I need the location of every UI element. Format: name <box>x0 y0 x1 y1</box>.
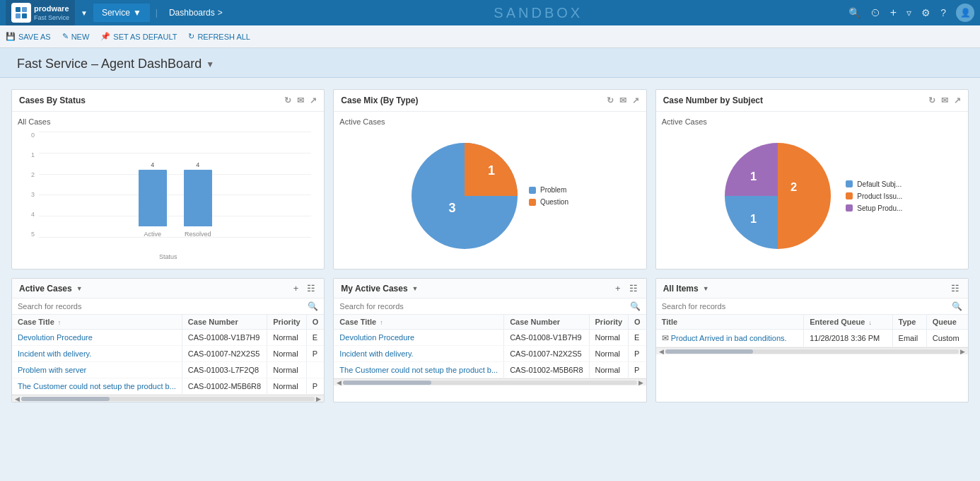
scroll-left[interactable]: ◀ <box>658 348 665 355</box>
refresh-subject-icon[interactable]: ↻ <box>928 95 935 105</box>
chart-header-icons-subject: ↻ ✉ ↗ <box>928 95 961 105</box>
dashboards-nav[interactable]: Dashboards > <box>163 5 228 21</box>
pie-legend-mix: Problem Question <box>529 186 568 206</box>
scrollbar-thumb <box>343 381 431 385</box>
add-my-case-btn[interactable]: + <box>614 283 622 294</box>
view-all-items-btn[interactable]: ☷ <box>950 283 961 294</box>
scroll-right[interactable]: ▶ <box>315 395 322 402</box>
expand-subject-icon[interactable]: ↗ <box>954 95 961 105</box>
avatar[interactable]: 👤 <box>956 4 974 22</box>
charts-row: Cases By Status ↻ ✉ ↗ All Cases 5 4 3 2 <box>11 89 969 270</box>
email-chart-icon[interactable]: ✉ <box>297 95 304 105</box>
case-mix-chart: Case Mix (By Type) ↻ ✉ ↗ Active Cases <box>333 89 646 270</box>
add-icon[interactable]: + <box>890 6 897 19</box>
sandbox-label: SANDBOX <box>231 5 846 21</box>
logo-icon <box>11 3 31 23</box>
cases-by-status-chart: Cases By Status ↻ ✉ ↗ All Cases 5 4 3 2 <box>11 89 325 270</box>
svg-rect-1 <box>22 7 27 12</box>
active-cases-search-input[interactable] <box>18 302 305 311</box>
my-cases-dropdown[interactable]: ▼ <box>412 285 419 292</box>
email-mix-icon[interactable]: ✉ <box>619 95 626 105</box>
refresh-mix-icon[interactable]: ↻ <box>607 95 614 105</box>
col-case-number: Case Number <box>504 315 589 330</box>
all-items-title-area: All Items ▼ <box>663 284 709 294</box>
active-cases-dropdown[interactable]: ▼ <box>76 285 83 292</box>
logo-chevron[interactable]: ▼ <box>78 9 91 17</box>
chart-header-mix: Case Mix (By Type) ↻ ✉ ↗ <box>334 90 646 112</box>
page-title: Fast Service – Agent DashBoard ▼ <box>17 57 963 71</box>
my-cases-search-input[interactable] <box>339 302 626 311</box>
all-items-search-input[interactable] <box>662 302 949 311</box>
chart-header-icons: ↻ ✉ ↗ <box>284 95 317 105</box>
my-active-cases-table: Case Title ↑ Case Number Priority O Devo… <box>334 315 646 378</box>
all-items-dropdown[interactable]: ▼ <box>703 285 709 292</box>
col-o: O <box>306 315 324 330</box>
case-link[interactable]: The Customer could not setup the product… <box>18 382 176 390</box>
svg-text:1: 1 <box>750 212 757 225</box>
chart-body-status: All Cases 5 4 3 2 1 0 <box>12 112 324 269</box>
case-link[interactable]: Devolution Procedure <box>18 333 93 342</box>
email-subject-icon[interactable]: ✉ <box>941 95 948 105</box>
col-case-number: Case Number <box>182 315 267 330</box>
scroll-right[interactable]: ▶ <box>959 348 967 355</box>
active-cases-search: 🔍 <box>12 299 324 315</box>
refresh-chart-icon[interactable]: ↻ <box>284 95 291 105</box>
page-header: Fast Service – Agent DashBoard ▼ <box>0 48 980 78</box>
case-link[interactable]: Devolution Procedure <box>339 333 414 342</box>
view-active-cases-btn[interactable]: ☷ <box>305 283 317 294</box>
search-icon: 🔍 <box>952 301 962 311</box>
view-my-cases-btn[interactable]: ☷ <box>628 283 639 294</box>
refresh-button[interactable]: ↻ REFRESH ALL <box>188 32 250 41</box>
add-active-case-btn[interactable]: + <box>292 283 301 294</box>
bars-container: 4 Active 4 Resolved <box>39 132 311 238</box>
search-icon: 🔍 <box>630 301 641 311</box>
active-cases-panel: Active Cases ▼ + ☷ 🔍 Case Title ↑ Case N… <box>11 278 325 402</box>
settings-icon[interactable]: ⚙ <box>921 7 931 18</box>
bar-active: 4 Active <box>139 161 167 238</box>
pie-legend-subject: Default Subj... Product Issu... Setup Pr… <box>846 180 902 212</box>
y-axis: 5 4 3 2 1 0 <box>18 132 37 238</box>
case-link[interactable]: The Customer could not setup the product… <box>339 366 498 374</box>
save-icon: 💾 <box>6 32 16 41</box>
active-cases-controls: + ☷ <box>292 283 317 294</box>
scroll-left[interactable]: ◀ <box>13 395 21 402</box>
scroll-left[interactable]: ◀ <box>335 379 343 386</box>
bar-chart-area: 5 4 3 2 1 0 <box>18 129 318 263</box>
new-icon: ✎ <box>62 32 69 41</box>
filter-icon[interactable]: ▿ <box>906 7 911 18</box>
new-button[interactable]: ✎ NEW <box>62 32 90 41</box>
history-icon[interactable]: ⏲ <box>870 7 880 18</box>
search-icon[interactable]: 🔍 <box>848 7 861 18</box>
expand-mix-icon[interactable]: ↗ <box>632 95 639 105</box>
my-active-cases-header: My Active Cases ▼ + ☷ <box>334 279 646 299</box>
item-link[interactable]: Product Arrived in bad conditions. <box>671 334 787 342</box>
expand-chart-icon[interactable]: ↗ <box>310 95 317 105</box>
top-navigation: prodware Fast Service ▼ Service ▼ | Dash… <box>0 0 980 25</box>
scrollbar-track[interactable] <box>21 397 315 401</box>
save-as-button[interactable]: 💾 SAVE AS <box>6 32 51 41</box>
scrollbar-track[interactable] <box>343 381 636 385</box>
service-button[interactable]: Service ▼ <box>93 4 150 22</box>
case-link[interactable]: Incident with delivery. <box>18 349 91 358</box>
panels-row: Active Cases ▼ + ☷ 🔍 Case Title ↑ Case N… <box>11 278 969 402</box>
svg-text:1: 1 <box>488 163 495 178</box>
legend-question: Question <box>529 198 568 206</box>
email-icon: ✉ <box>662 333 669 343</box>
set-default-button[interactable]: 📌 SET AS DEFAULT <box>100 32 177 41</box>
case-link[interactable]: Problem with server <box>18 366 86 374</box>
scrollbar-track[interactable] <box>665 349 959 354</box>
case-link[interactable]: Incident with delivery. <box>339 349 413 358</box>
scroll-right[interactable]: ▶ <box>637 379 645 386</box>
col-o: O <box>629 315 646 330</box>
help-icon[interactable]: ? <box>940 7 946 18</box>
legend-problem: Problem <box>529 186 568 194</box>
nav-divider: | <box>156 8 158 18</box>
refresh-icon: ↻ <box>188 32 194 41</box>
logo-name: prodware <box>34 4 69 13</box>
chart-body-mix: Active Cases 3 1 <box>334 112 646 269</box>
my-cases-search: 🔍 <box>334 299 646 315</box>
active-cases-header: Active Cases ▼ + ☷ <box>12 279 324 299</box>
table-row: ✉ Product Arrived in bad conditions. 11/… <box>656 330 968 347</box>
page-title-chevron[interactable]: ▼ <box>206 59 214 69</box>
logo[interactable]: prodware Fast Service <box>6 0 75 25</box>
